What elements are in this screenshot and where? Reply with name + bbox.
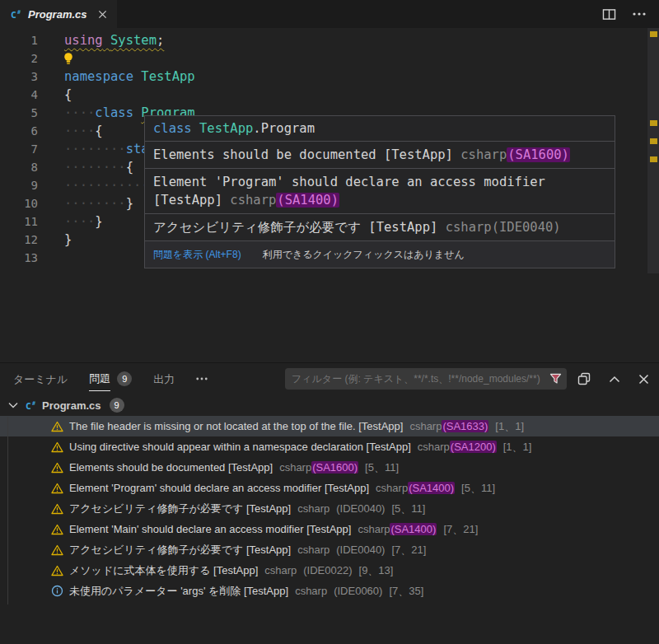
warning-icon <box>51 483 63 494</box>
split-editor-icon[interactable] <box>602 8 616 21</box>
info-icon <box>51 585 63 597</box>
line-number: 12 <box>0 231 38 249</box>
svg-text:#: # <box>32 400 35 407</box>
problem-row[interactable]: The file header is missing or not locate… <box>0 416 659 436</box>
diagnostic-source: csharp <box>230 193 276 208</box>
code-token: ···· <box>64 214 95 229</box>
hover-diagnostic-row: Element 'Program' should declare an acce… <box>145 169 615 214</box>
warning-icon <box>51 524 63 535</box>
code-text: { <box>38 86 72 104</box>
line-number: 9 <box>0 176 38 194</box>
code-editor[interactable]: 1using System;23namespace TestApp4{5····… <box>0 28 659 362</box>
line-number: 3 <box>0 68 38 86</box>
problem-row[interactable]: アクセシビリティ修飾子が必要です [TestApp]csharp(IDE0040… <box>0 539 659 560</box>
code-text: using System; <box>38 31 164 49</box>
problem-code-highlighted: (SA1600) <box>311 461 358 474</box>
lightbulb-icon[interactable] <box>63 49 74 68</box>
problem-code-highlighted: (SA1400) <box>408 482 455 494</box>
panel-tab-問題[interactable]: 問題9 <box>89 363 132 394</box>
problem-position: [7、35] <box>389 584 423 599</box>
problems-file-group[interactable]: C# Program.cs 9 <box>0 394 659 416</box>
more-actions-icon[interactable] <box>633 12 646 16</box>
code-token: ········ <box>64 142 126 156</box>
problem-row[interactable]: アクセシビリティ修飾子が必要です [TestApp]csharp(IDE0040… <box>0 498 659 519</box>
code-text: ····{ <box>38 122 103 140</box>
problem-code-highlighted: (SA1400) <box>390 523 437 535</box>
problem-message: アクセシビリティ修飾子が必要です [TestApp] <box>69 543 291 558</box>
code-token: class <box>95 105 133 120</box>
panel-tab-ターミナル[interactable]: ターミナル <box>13 363 68 394</box>
warning-icon <box>51 565 63 576</box>
warning-icon <box>51 462 63 474</box>
overview-ruler[interactable] <box>647 28 659 273</box>
problem-message: Using directive should appear within a n… <box>69 441 411 453</box>
view-problem-link[interactable]: 問題を表示 (Alt+F8) <box>153 245 241 264</box>
line-number: 7 <box>0 140 38 158</box>
problem-position: [5、11] <box>461 481 495 496</box>
problem-code-highlighted: (SA1633) <box>442 420 488 432</box>
problem-source: csharp <box>409 420 442 432</box>
svg-text:C: C <box>26 400 31 411</box>
tab-strip-empty <box>117 0 589 28</box>
code-text <box>74 49 100 68</box>
code-text: namespace TestApp <box>38 68 195 86</box>
problems-tree: C# Program.cs 9 The file header is missi… <box>0 394 659 644</box>
problem-source: csharp <box>376 482 408 494</box>
problem-message: アクセシビリティ修飾子が必要です [TestApp] <box>69 502 291 516</box>
maximize-panel-icon[interactable] <box>609 376 620 383</box>
diagnostic-source: csharp <box>446 220 492 235</box>
problem-code: (IDE0060) <box>334 585 382 597</box>
problem-position: [1、1] <box>495 419 524 434</box>
problem-message: The file header is missing or not locate… <box>69 420 403 432</box>
code-token: using <box>64 33 103 48</box>
line-number: 5 <box>0 104 38 122</box>
code-line[interactable]: 4{ <box>0 86 659 104</box>
code-token: TestApp <box>199 121 253 136</box>
csharp-file-icon: C# <box>10 8 22 21</box>
problems-filter-input[interactable] <box>285 373 549 385</box>
line-number: 2 <box>0 49 38 68</box>
editor-tab-bar: C# Program.cs <box>0 0 659 28</box>
code-token: { <box>64 87 72 102</box>
problem-source: csharp <box>358 523 390 535</box>
code-line[interactable]: 3namespace TestApp <box>0 68 659 86</box>
code-token: .Program <box>253 121 315 136</box>
problem-source: csharp <box>418 441 450 453</box>
problem-code-highlighted: (SA1200) <box>450 441 497 453</box>
panel-more-tabs-icon[interactable] <box>196 363 208 394</box>
code-token <box>192 121 199 136</box>
hover-status-bar: 問題を表示 (Alt+F8) 利用できるクイックフィックスはありません <box>145 241 615 268</box>
problem-row[interactable]: Using directive should appear within a n… <box>0 436 659 457</box>
panel-tab-label: 出力 <box>153 367 175 391</box>
code-line[interactable]: 1using System; <box>0 31 659 49</box>
code-token: namespace <box>64 69 133 84</box>
problem-row[interactable]: Element 'Main' should declare an access … <box>0 519 659 539</box>
code-line[interactable]: 2 <box>0 49 659 68</box>
line-number: 6 <box>0 122 38 140</box>
tab-program-cs[interactable]: C# Program.cs <box>0 0 117 28</box>
panel-tab-出力[interactable]: 出力 <box>153 363 175 394</box>
diagnostic-message: Elements should be documented [TestApp] <box>153 147 460 162</box>
code-token: ···· <box>64 105 95 120</box>
close-panel-icon[interactable] <box>638 374 649 385</box>
warning-icon <box>51 524 63 535</box>
line-number: 13 <box>0 249 38 267</box>
code-token: } <box>95 214 102 229</box>
code-text: ········} <box>38 194 133 212</box>
problem-row[interactable]: 未使用のパラメーター 'args' を削除 [TestApp]csharp(ID… <box>0 581 659 601</box>
problem-row[interactable]: メソッドに式本体を使用する [TestApp]csharp(IDE0022)[9… <box>0 560 659 581</box>
code-token <box>133 69 141 84</box>
problem-source: csharp <box>295 585 327 597</box>
panel-views-icon[interactable] <box>577 372 591 385</box>
close-icon[interactable] <box>98 10 107 19</box>
filter-funnel-icon[interactable] <box>549 373 562 385</box>
chevron-down-icon <box>8 402 18 408</box>
problem-row[interactable]: Elements should be documented [TestApp]c… <box>0 457 659 478</box>
problem-row[interactable]: Element 'Program' should declare an acce… <box>0 478 659 498</box>
panel-actions <box>577 363 649 394</box>
csharp-file-icon: C# <box>25 399 37 412</box>
group-problem-count-badge: 9 <box>110 398 124 413</box>
problem-source: csharp <box>297 502 330 515</box>
panel-tab-label: ターミナル <box>13 367 68 391</box>
code-token <box>103 33 110 48</box>
